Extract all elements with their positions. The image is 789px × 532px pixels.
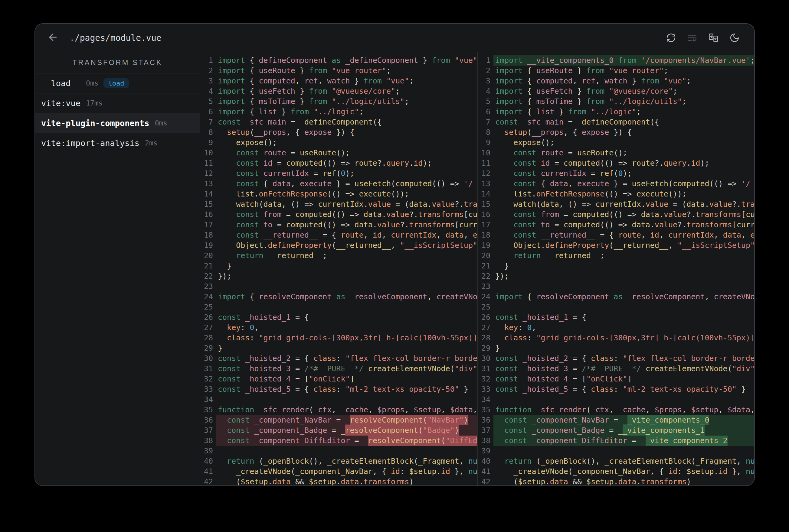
code-line: 2import { useRoute } from "vue-router"; — [478, 65, 754, 76]
line-content: Object.defineProperty(__returned__, "__i… — [216, 240, 477, 251]
line-number: 4 — [478, 86, 493, 96]
diff-panels-icon[interactable] — [708, 33, 718, 43]
line-content: const __returned__ = { route, id, curren… — [493, 230, 754, 240]
plugin-time: 0ms — [86, 79, 98, 87]
line-number: 32 — [478, 374, 493, 384]
code-line: 29} — [478, 343, 754, 353]
refresh-icon[interactable] — [666, 33, 676, 43]
line-content: setup(__props, { expose }) { — [216, 127, 477, 137]
line-number: 2 — [200, 65, 216, 76]
line-content: import __vite_components_0 from '/compon… — [493, 55, 754, 65]
line-number: 35 — [200, 405, 216, 415]
line-content — [216, 446, 477, 456]
line-content: } — [493, 343, 754, 353]
code-line: 8 setup(__props, { expose }) { — [200, 127, 477, 137]
code-line: 37 const _component_Badge = _resolveComp… — [200, 425, 477, 436]
line-content: const to = computed(() => data.value?.tr… — [493, 220, 754, 230]
sidebar-item-vite-plugin-components[interactable]: vite-plugin-components0ms — [35, 113, 200, 133]
line-content: list.onFetchResponse(() => execute()); — [493, 189, 754, 199]
code-panel-before[interactable]: 1import { defineComponent as _defineComp… — [200, 52, 477, 486]
line-number: 17 — [200, 220, 216, 230]
line-content: key: 0, — [493, 323, 754, 333]
back-button[interactable] — [47, 32, 59, 43]
line-content: const _component_Badge = __vite_componen… — [493, 425, 754, 436]
line-number: 20 — [200, 251, 216, 261]
code-line: 37 const _component_Badge = __vite_compo… — [478, 425, 754, 436]
code-line: 4import { useFetch } from "@vueuse/core"… — [478, 86, 754, 96]
line-number: 40 — [200, 456, 216, 467]
line-wrap-icon[interactable] — [687, 33, 697, 43]
code-line: 29} — [200, 343, 477, 353]
line-number: 42 — [478, 477, 493, 486]
line-content: const currentIdx = ref(0); — [216, 168, 477, 179]
sidebar-item-vite-vue[interactable]: vite:vue17ms — [35, 93, 200, 113]
code-line: 11 const id = computed(() => route?.quer… — [200, 158, 477, 168]
line-number: 36 — [478, 415, 493, 425]
code-line: 39 — [478, 446, 754, 456]
line-number: 27 — [478, 323, 493, 333]
line-number: 21 — [200, 261, 216, 271]
line-content: const { data, execute } = useFetch(compu… — [216, 179, 477, 189]
sidebar-item-vite-import-analysis[interactable]: vite:import-analysis2ms — [35, 133, 200, 153]
code-line: 38 const _component_DiffEditor = _resolv… — [200, 436, 477, 446]
header-bar: ./pages/module.vue — [35, 24, 754, 52]
line-content: const currentIdx = ref(0); — [493, 168, 754, 179]
code-line: 36 const _component_NavBar = __vite_comp… — [478, 415, 754, 425]
code-line: 14 list.onFetchResponse(() => execute())… — [200, 189, 477, 199]
line-content: } — [216, 343, 477, 353]
code-line: 8 setup(__props, { expose }) { — [478, 127, 754, 137]
sidebar-item-load[interactable]: __load__0msload — [35, 73, 200, 93]
code-line: 21 } — [478, 261, 754, 271]
line-content: return (_openBlock(), _createElementBloc… — [493, 456, 754, 467]
line-content — [493, 281, 754, 292]
line-number: 34 — [200, 395, 216, 405]
line-content: function _sfc_render(_ctx, _cache, $prop… — [216, 405, 477, 415]
line-content: } — [493, 261, 754, 271]
line-number: 19 — [478, 240, 493, 251]
line-content: const route = useRoute(); — [216, 148, 477, 158]
plugin-name: vite:import-analysis — [41, 138, 140, 148]
dark-mode-moon-icon[interactable] — [729, 33, 740, 43]
line-number: 16 — [478, 209, 493, 220]
line-number: 11 — [478, 158, 493, 168]
line-content: import { computed, ref, watch } from "vu… — [493, 76, 754, 86]
line-content: const from = computed(() => data.value?.… — [216, 209, 477, 220]
line-number: 3 — [200, 76, 216, 86]
code-line: 27 key: 0, — [200, 323, 477, 333]
line-number: 31 — [478, 364, 493, 374]
code-line: 40 return (_openBlock(), _createElementB… — [478, 456, 754, 467]
line-number: 28 — [200, 333, 216, 343]
app-window: ./pages/module.vue TRANSFORM STACK __loa… — [35, 23, 755, 486]
line-content: }); — [216, 271, 477, 281]
code-line: 17 const to = computed(() => data.value?… — [200, 220, 477, 230]
line-content: watch(data, () => currentIdx.value = (da… — [493, 199, 754, 209]
line-content: const _hoisted_1 = { — [216, 312, 477, 323]
line-content: import { list } from "../logic"; — [216, 107, 477, 117]
line-number: 14 — [200, 189, 216, 199]
code-line: 25 — [478, 302, 754, 312]
code-line: 9 expose(); — [200, 137, 477, 148]
line-number: 40 — [478, 456, 493, 467]
code-line: 35function _sfc_render(_ctx, _cache, $pr… — [200, 405, 477, 415]
code-line: 23 — [478, 281, 754, 292]
code-line: 11 const id = computed(() => route?.quer… — [478, 158, 754, 168]
line-content: ($setup.data && $setup.data.transforms) — [216, 477, 477, 486]
line-content: expose(); — [493, 137, 754, 148]
code-panel-after[interactable]: 1import __vite_components_0 from '/compo… — [478, 52, 754, 486]
line-number: 27 — [200, 323, 216, 333]
code-line: 9 expose(); — [478, 137, 754, 148]
code-line: 38 const _component_DiffEditor = __vite_… — [478, 436, 754, 446]
code-line: 42 ($setup.data && $setup.data.transform… — [478, 477, 754, 486]
code-line: 1import __vite_components_0 from '/compo… — [478, 55, 754, 65]
code-line: 6import { list } from "../logic"; — [478, 107, 754, 117]
line-number: 26 — [478, 312, 493, 323]
line-content: _createVNode(_component_NavBar, { id: $s… — [216, 467, 477, 477]
code-line: 41 _createVNode(_component_NavBar, { id:… — [200, 467, 477, 477]
line-content: import { resolveComponent as _resolveCom… — [216, 292, 477, 302]
plugin-time: 2ms — [145, 139, 158, 147]
line-content: import { useRoute } from "vue-router"; — [216, 65, 477, 76]
code-line: 22}); — [200, 271, 477, 281]
line-number: 3 — [478, 76, 493, 86]
line-number: 29 — [478, 343, 493, 353]
line-content: const _sfc_main = _defineComponent({ — [216, 117, 477, 127]
